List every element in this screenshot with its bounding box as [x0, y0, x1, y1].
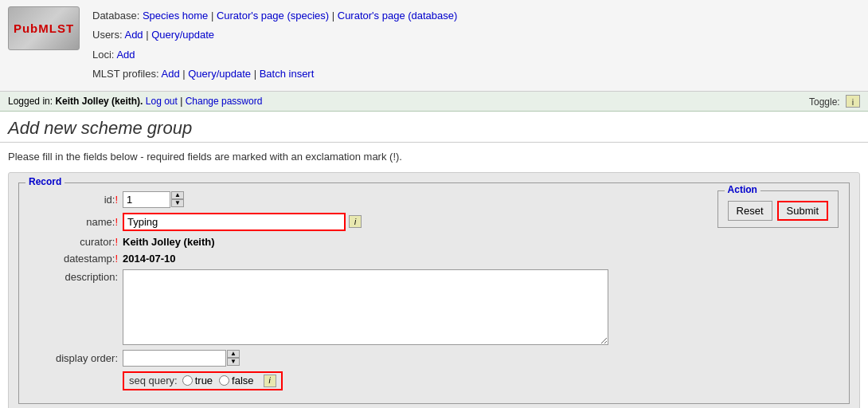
display-order-wrapper: ▲ ▼: [123, 350, 240, 367]
loci-label: Loci:: [92, 49, 114, 61]
loci-add-link[interactable]: Add: [116, 49, 135, 61]
pubmlst-logo: PubMLST: [8, 6, 80, 50]
form-container: Record id:! ▲ ▼: [8, 172, 860, 408]
users-add-link[interactable]: Add: [124, 29, 143, 41]
mlst-label: MLST profiles:: [92, 68, 159, 80]
display-order-spinner: ▲ ▼: [227, 350, 240, 366]
display-order-label: display order:: [30, 352, 118, 364]
seq-query-true-label: true: [195, 375, 213, 386]
page-title-area: Add new scheme group: [0, 112, 868, 143]
mlst-add-link[interactable]: Add: [161, 68, 179, 80]
seq-query-info-icon[interactable]: i: [264, 375, 276, 387]
seq-query-false-option[interactable]: false: [219, 375, 253, 386]
seq-query-row: seq query: true false i: [30, 371, 838, 390]
id-wrapper: ▲ ▼: [123, 191, 184, 208]
curators-page-database-link[interactable]: Curator's page (database): [338, 10, 458, 22]
seq-query-false-radio[interactable]: [219, 375, 229, 386]
curator-required: !: [115, 236, 118, 248]
description-label: description:: [30, 269, 118, 283]
toggle-icon[interactable]: i: [846, 95, 860, 108]
nav-links: Database: Species home | Curator's page …: [92, 6, 457, 84]
datestamp-value: 2014-07-10: [123, 253, 176, 265]
page-title: Add new scheme group: [8, 118, 860, 139]
display-order-row: display order: ▲ ▼: [30, 350, 838, 367]
change-password-link[interactable]: Change password: [186, 96, 263, 107]
mlst-row: MLST profiles: Add | Query/update | Batc…: [92, 65, 457, 83]
datestamp-required: !: [115, 253, 118, 265]
action-section: Action Reset Submit: [717, 190, 839, 228]
datestamp-label: datestamp:!: [30, 253, 118, 265]
seq-query-label: seq query:: [129, 375, 178, 386]
name-required: !: [115, 216, 118, 228]
users-query-link[interactable]: Query/update: [151, 29, 214, 41]
curator-label: curator:!: [30, 236, 118, 248]
curators-page-species-link[interactable]: Curator's page (species): [217, 10, 329, 22]
name-label: name:!: [30, 216, 118, 228]
id-required: !: [115, 194, 118, 206]
name-info-icon[interactable]: i: [349, 215, 362, 228]
header: PubMLST Database: Species home | Curator…: [0, 0, 868, 92]
species-home-link[interactable]: Species home: [143, 10, 208, 22]
curator-row: curator:! Keith Jolley (keith): [30, 236, 838, 248]
record-action-container: Record id:! ▲ ▼: [18, 182, 850, 404]
seq-query-false-label: false: [232, 375, 253, 386]
login-info: Logged in: Keith Jolley (keith). Log out…: [8, 96, 262, 107]
users-label: Users:: [92, 29, 123, 41]
action-legend: Action: [725, 184, 760, 195]
datestamp-row: datestamp:! 2014-07-10: [30, 253, 838, 265]
toggle-label: Toggle:: [809, 96, 840, 108]
username: Keith Jolley (keith).: [55, 96, 143, 107]
logo-area: PubMLST: [8, 6, 80, 50]
action-buttons: Reset Submit: [728, 201, 828, 221]
database-row: Database: Species home | Curator's page …: [92, 6, 457, 25]
reset-button[interactable]: Reset: [728, 201, 772, 221]
description-input[interactable]: [123, 269, 608, 345]
record-legend: Record: [25, 176, 65, 187]
name-input[interactable]: [123, 213, 346, 231]
display-order-input[interactable]: [123, 350, 226, 367]
database-label: Database:: [92, 10, 139, 22]
display-order-decrement-button[interactable]: ▼: [227, 358, 240, 366]
seq-query-wrapper: seq query: true false i: [123, 371, 283, 390]
main-content: Please fill in the fields below - requir…: [0, 143, 868, 408]
mlst-query-link[interactable]: Query/update: [188, 68, 251, 80]
id-decrement-button[interactable]: ▼: [171, 199, 184, 207]
curator-value: Keith Jolley (keith): [123, 236, 215, 248]
users-row: Users: Add | Query/update: [92, 26, 457, 44]
id-increment-button[interactable]: ▲: [171, 191, 184, 199]
mlst-batch-link[interactable]: Batch insert: [260, 68, 315, 80]
toggle-area: Toggle: i: [809, 95, 860, 108]
seq-query-true-option[interactable]: true: [182, 375, 213, 386]
logo-text: PubMLST: [14, 22, 74, 35]
logged-in-label: Logged in:: [8, 96, 53, 107]
id-spinner: ▲ ▼: [171, 191, 184, 207]
id-input[interactable]: [123, 191, 170, 208]
id-label: id:!: [30, 194, 118, 206]
description-row: description:: [30, 269, 838, 345]
instructions: Please fill in the fields below - requir…: [8, 151, 860, 163]
seq-query-true-radio[interactable]: [182, 375, 193, 386]
login-bar: Logged in: Keith Jolley (keith). Log out…: [0, 92, 868, 112]
display-order-increment-button[interactable]: ▲: [227, 350, 240, 358]
loci-row: Loci: Add: [92, 45, 457, 64]
logout-link[interactable]: Log out: [146, 96, 178, 107]
submit-button[interactable]: Submit: [777, 201, 828, 221]
